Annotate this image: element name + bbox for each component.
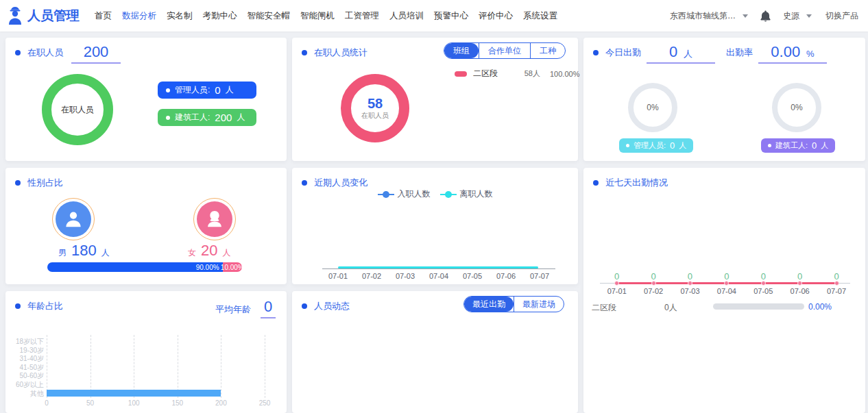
switch-product-link[interactable]: 切换产品 <box>825 10 858 22</box>
card-on-duty-statistics: 在职人员统计 班组 合作单位 工种 二区段 58人 100.00% 58 在职人… <box>292 38 578 161</box>
point-value: 0 <box>708 271 745 281</box>
x-tick-label: 200 <box>207 399 234 407</box>
team-count: 0人 <box>664 302 677 314</box>
menu-item-data-analysis[interactable]: 数据分析 <box>122 10 156 22</box>
tab-team-group[interactable]: 班组 <box>444 43 479 58</box>
user-menu[interactable]: 史源 <box>783 10 799 22</box>
title-dot-icon <box>15 303 21 309</box>
legend-managers[interactable]: 管理人员:0人 <box>158 82 256 99</box>
card-week-attendance: 近七天出勤情况 0 0 0 0 0 0 0 07-01 07-02 07-03 … <box>583 168 865 413</box>
legend-dot-icon <box>166 116 170 120</box>
chevron-down-icon[interactable] <box>743 14 748 18</box>
title-dot-icon <box>15 180 21 186</box>
card-title-row: 在职人员 <box>15 47 63 59</box>
age-bar-chart: 18岁以下 19-30岁 31-40岁 41-50岁 50-60岁 60岁以上 … <box>5 335 287 410</box>
legend-dot-icon <box>768 144 771 147</box>
card-title-row: 近七天出勤情况 <box>593 177 668 189</box>
tick-label: 07-04 <box>424 272 454 280</box>
gridline <box>178 335 178 398</box>
menu-item-evaluation-center[interactable]: 评价中心 <box>479 10 513 22</box>
team-progress-bar <box>713 303 804 310</box>
category-label: 50-60岁 <box>5 372 44 381</box>
legend-construction-workers[interactable]: 建筑工人:0人 <box>761 138 835 153</box>
chevron-down-icon[interactable] <box>806 14 812 18</box>
point-dot-icon <box>761 281 766 286</box>
legend-line-dot-icon <box>440 192 457 197</box>
female-avatar-icon <box>197 201 232 237</box>
gridline <box>47 335 47 398</box>
card-title-row: 人员动态 <box>302 300 350 312</box>
legend-dot-icon <box>626 144 629 147</box>
tick-label: 07-04 <box>708 287 745 295</box>
menu-item-training[interactable]: 人员培训 <box>389 10 424 22</box>
tick-label: 07-02 <box>635 287 671 295</box>
menu-item-home[interactable]: 首页 <box>95 10 112 22</box>
tab-work-type[interactable]: 工种 <box>530 43 565 58</box>
card-personnel-dynamics: 人员动态 最近出勤 最新进场 <box>292 291 578 413</box>
legend-managers[interactable]: 管理人员:0人 <box>619 138 693 153</box>
tick-label: 07-01 <box>323 272 353 280</box>
category-label: 60岁以上 <box>5 381 44 390</box>
donut-center-value: 58 <box>367 96 383 111</box>
x-axis-ticks: 07-01 07-02 07-03 07-04 07-05 07-06 07-0… <box>323 272 555 280</box>
title-dot-icon <box>593 180 599 186</box>
tab-latest-entry[interactable]: 最新进场 <box>514 297 564 312</box>
card-title: 年龄占比 <box>27 300 63 312</box>
title-dot-icon <box>302 180 307 186</box>
stats-tab-group: 班组 合作单位 工种 <box>444 42 566 59</box>
category-label: 31-40岁 <box>5 355 44 364</box>
point-dot-icon <box>614 281 619 286</box>
point-value: 0 <box>818 271 854 281</box>
managers-attendance-ring: 0% <box>628 83 677 132</box>
on-duty-total: 200 <box>71 43 121 64</box>
male-bar-segment: 90.00% <box>47 262 223 272</box>
legend-construction-workers[interactable]: 建筑工人:200人 <box>158 109 256 126</box>
card-today-attendance: 今日出勤 0 人 出勤率 0.00 % 0% 0% 管理人员:0人 建筑工人:0… <box>583 38 865 161</box>
line-chart-legend: 入职人数 离职人数 <box>292 188 578 200</box>
x-axis-ticks: 07-01 07-02 07-03 07-04 07-05 07-06 07-0… <box>599 287 855 295</box>
category-label: 41-50岁 <box>5 364 44 373</box>
card-title-row: 近期人员变化 <box>302 177 367 189</box>
legend-line-dot-icon <box>378 192 394 197</box>
ring-percent: 0% <box>791 103 802 112</box>
menu-item-warning-center[interactable]: 预警中心 <box>434 10 468 22</box>
card-gender-ratio: 性别占比 男180人 女20人 90.00% 10.00% <box>5 168 287 284</box>
menu-item-attendance-center[interactable]: 考勤中心 <box>203 10 237 22</box>
stats-legend-row[interactable]: 二区段 58人 100.00% <box>455 68 579 79</box>
category-label: 其他 <box>5 390 44 399</box>
menu-item-real-name[interactable]: 实名制 <box>167 10 193 22</box>
point-value: 0 <box>782 271 818 281</box>
legend-onboarding[interactable]: 入职人数 <box>378 188 431 200</box>
menu-item-smart-gate[interactable]: 智能闸机 <box>300 10 335 22</box>
menu-item-system-settings[interactable]: 系统设置 <box>523 10 557 22</box>
card-title-row: 年龄占比 <box>15 300 63 312</box>
project-selector[interactable]: 东西城市轴线第一批... <box>670 10 736 22</box>
card-title-row: 在职人员统计 <box>302 47 367 59</box>
point-value: 0 <box>599 271 635 281</box>
tab-partner-unit[interactable]: 合作单位 <box>479 43 530 58</box>
point-dot-icon <box>724 281 729 286</box>
legend-resignation[interactable]: 离职人数 <box>440 188 493 200</box>
team-attendance-summary-row: 二区段 0人 0.00% <box>592 301 858 312</box>
card-title: 性别占比 <box>27 177 63 189</box>
gender-ratio-bar: 90.00% 10.00% <box>47 262 242 272</box>
card-age-ratio: 年龄占比 平均年龄 0 18岁以下 19-30岁 31-40岁 41-50岁 5… <box>5 291 287 413</box>
attendance-rate-label: 出勤率 <box>726 47 753 59</box>
today-attendance-header: 今日出勤 0 人 出勤率 0.00 % <box>593 43 857 64</box>
age-bar-other <box>47 390 221 397</box>
legend-swatch-icon <box>455 71 467 77</box>
point-dot-icon <box>797 281 802 286</box>
average-age-group: 平均年龄 0 <box>215 298 276 318</box>
x-tick-label: 150 <box>164 399 191 407</box>
series-point-dots <box>599 281 855 286</box>
average-age-value: 0 <box>261 298 276 318</box>
legend-dot-icon <box>166 88 170 92</box>
on-duty-donut-chart: 在职人员 <box>42 74 113 145</box>
notification-bell-icon[interactable] <box>760 10 771 22</box>
tab-recent-attendance[interactable]: 最近出勤 <box>464 297 514 312</box>
tick-label: 07-07 <box>525 272 555 280</box>
x-tick-label: 100 <box>120 399 147 407</box>
point-value: 0 <box>635 271 671 281</box>
menu-item-salary[interactable]: 工资管理 <box>345 10 379 22</box>
menu-item-smart-helmet[interactable]: 智能安全帽 <box>248 10 291 22</box>
